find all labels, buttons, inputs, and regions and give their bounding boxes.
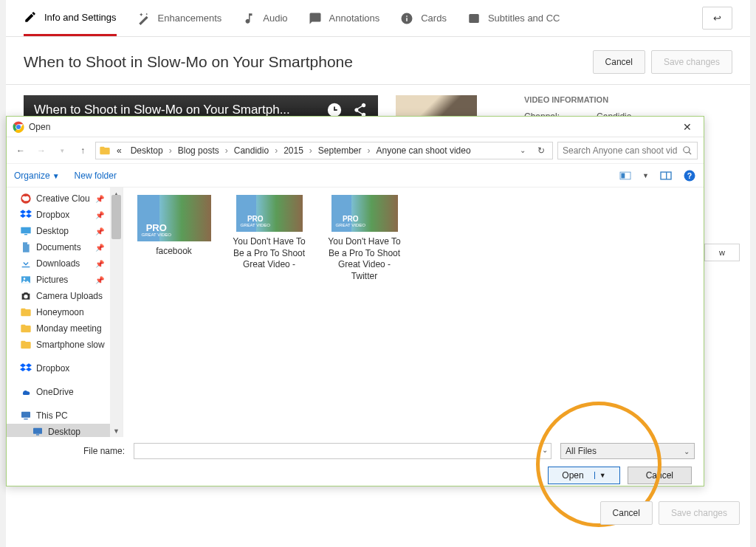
- sidebar-item[interactable]: Dropbox📌: [7, 207, 110, 223]
- wand-icon: [137, 12, 151, 25]
- pictures-icon: [20, 274, 32, 286]
- sidebar-item[interactable]: This PC: [7, 407, 110, 424]
- breadcrumb-leading: «: [114, 145, 125, 156]
- new-folder-button[interactable]: New folder: [75, 171, 117, 181]
- desktop-icon: [20, 225, 32, 237]
- cancel-button[interactable]: Cancel: [593, 50, 645, 74]
- preview-pane-icon[interactable]: [659, 171, 673, 181]
- dialog-title: Open: [29, 122, 50, 132]
- forward-button[interactable]: →: [33, 142, 49, 159]
- dialog-cancel-button[interactable]: Cancel: [628, 467, 692, 484]
- breadcrumb-item[interactable]: Desktop: [128, 145, 166, 156]
- pencil-icon: [24, 10, 37, 24]
- tab-info-settings[interactable]: Info and Settings: [24, 0, 117, 36]
- svg-rect-10: [24, 234, 27, 235]
- file-label: facebook: [135, 246, 213, 258]
- cc-icon: [467, 12, 481, 25]
- svg-rect-16: [33, 428, 42, 434]
- tab-cards[interactable]: Cards: [400, 0, 447, 36]
- folder-icon: [20, 339, 32, 351]
- folder-icon: [20, 323, 32, 334]
- folder-icon: [99, 145, 111, 156]
- breadcrumb-item[interactable]: September: [315, 145, 365, 156]
- folder-icon: [20, 306, 32, 318]
- up-button[interactable]: ↑: [75, 142, 91, 159]
- download-icon: [20, 258, 32, 269]
- tab-annotations[interactable]: Annotations: [309, 0, 380, 36]
- path-dropdown[interactable]: ⌄: [515, 146, 530, 154]
- view-mode-icon[interactable]: [619, 171, 632, 181]
- sidebar-scrollbar[interactable]: ▲ ▼: [110, 188, 123, 437]
- breadcrumb-item[interactable]: Anyone can shoot video: [374, 145, 474, 156]
- sidebar-item[interactable]: Downloads📌: [7, 255, 110, 272]
- close-button[interactable]: ✕: [677, 120, 698, 134]
- open-button[interactable]: Open▼: [548, 467, 619, 484]
- breadcrumb-item[interactable]: 2015: [281, 145, 306, 156]
- sidebar-item[interactable]: Desktop📌: [7, 223, 110, 239]
- dialog-body: Creative Clou📌 Dropbox📌 Desktop📌 Documen…: [7, 188, 704, 437]
- sidebar-item[interactable]: Camera Uploads: [7, 288, 110, 304]
- file-list: PROGREAT VIDEO facebook PROGREAT VIDEO Y…: [123, 188, 704, 437]
- tab-audio[interactable]: Audio: [242, 0, 287, 36]
- creative-cloud-icon: [20, 193, 32, 204]
- svg-rect-3: [621, 173, 625, 178]
- file-item[interactable]: PROGREAT VIDEO You Don't Have To Be a Pr…: [326, 195, 403, 282]
- file-item[interactable]: PROGREAT VIDEO You Don't Have To Be a Pr…: [230, 195, 308, 271]
- bottom-action-row: Cancel Save changes: [0, 501, 756, 525]
- filename-input[interactable]: ⌄: [134, 443, 551, 459]
- refresh-button[interactable]: ↻: [533, 145, 549, 156]
- svg-point-1: [16, 125, 21, 129]
- help-icon[interactable]: ?: [683, 169, 696, 182]
- chrome-icon: [13, 121, 24, 133]
- sidebar-item[interactable]: Creative Clou📌: [7, 190, 110, 207]
- sidebar-item[interactable]: Dropbox: [7, 360, 110, 376]
- tab-enhancements[interactable]: Enhancements: [137, 0, 222, 36]
- tab-subtitles[interactable]: Subtitles and CC: [467, 0, 560, 36]
- search-placeholder: Search Anyone can shoot video: [563, 145, 678, 156]
- filetype-filter[interactable]: All Files⌄: [560, 443, 695, 459]
- breadcrumb-bar[interactable]: « Desktop› Blog posts› Candidio› 2015› S…: [95, 142, 553, 159]
- title-row: When to Shoot in Slow-Mo on Your Smartph…: [6, 37, 750, 85]
- organize-dropdown[interactable]: Organize▼: [14, 171, 60, 181]
- view-dropdown[interactable]: ▼: [642, 172, 649, 179]
- undo-button[interactable]: ↩: [702, 7, 732, 30]
- sidebar-item[interactable]: OneDrive: [7, 384, 110, 400]
- tab-label: Annotations: [329, 13, 380, 24]
- save-changes-button: Save changes: [659, 501, 740, 525]
- onedrive-icon: [20, 386, 32, 398]
- svg-point-13: [24, 295, 27, 298]
- svg-rect-14: [21, 412, 30, 418]
- music-note-icon: [242, 12, 255, 25]
- breadcrumb-item[interactable]: Candidio: [231, 145, 272, 156]
- search-icon: [682, 145, 693, 156]
- recent-dropdown[interactable]: ▾: [54, 142, 70, 159]
- tab-label: Subtitles and CC: [488, 13, 560, 24]
- sidebar-item-selected[interactable]: Desktop: [7, 424, 110, 437]
- page-title: When to Shoot in Slow-Mo on Your Smartph…: [24, 53, 593, 71]
- filename-label: File name:: [82, 446, 125, 456]
- breadcrumb-item[interactable]: Blog posts: [175, 145, 222, 156]
- right-rail-button[interactable]: w: [704, 244, 740, 261]
- sidebar: Creative Clou📌 Dropbox📌 Desktop📌 Documen…: [7, 188, 123, 437]
- sidebar-item[interactable]: Honeymoon: [7, 304, 110, 320]
- back-button[interactable]: ←: [13, 142, 29, 159]
- tab-label: Audio: [263, 13, 287, 24]
- tab-label: Enhancements: [158, 13, 222, 24]
- sidebar-item[interactable]: Monday meeting: [7, 320, 110, 337]
- file-item[interactable]: PROGREAT VIDEO facebook: [135, 195, 213, 258]
- svg-rect-15: [24, 419, 27, 419]
- sidebar-item[interactable]: Documents📌: [7, 239, 110, 255]
- cancel-button[interactable]: Cancel: [600, 501, 653, 525]
- tab-label: Info and Settings: [44, 12, 117, 23]
- dialog-footer: File name: ⌄ All Files⌄ Open▼ Cancel: [7, 437, 704, 490]
- file-thumbnail: PROGREAT VIDEO: [137, 195, 211, 241]
- sidebar-item[interactable]: Smartphone slow: [7, 337, 110, 353]
- dropbox-icon: [20, 362, 32, 374]
- video-overlay-title: When to Shoot in Slow-Mo on Your Smartph…: [34, 103, 317, 117]
- file-thumbnail: PROGREAT VIDEO: [331, 195, 398, 232]
- search-input[interactable]: Search Anyone can shoot video: [557, 142, 698, 159]
- sidebar-item[interactable]: Pictures📌: [7, 272, 110, 288]
- comment-icon: [309, 12, 322, 25]
- svg-rect-17: [36, 434, 39, 435]
- svg-text:?: ?: [687, 171, 692, 179]
